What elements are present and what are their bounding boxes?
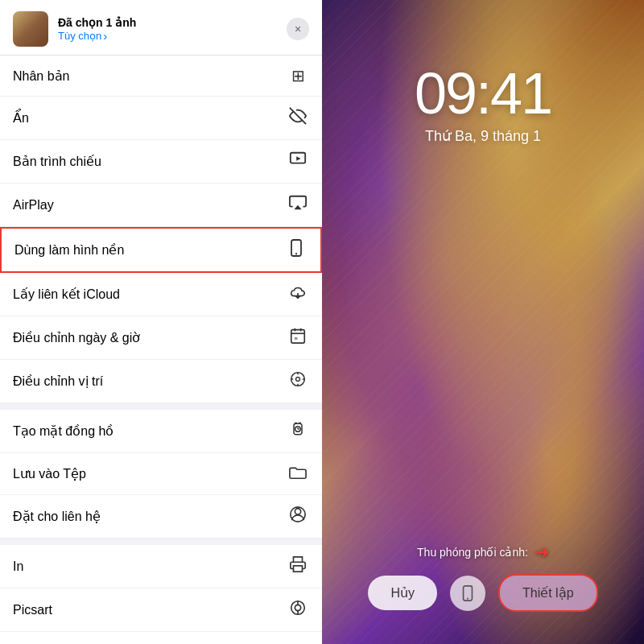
menu-item-label-contact: Đặt cho liên hệ xyxy=(13,509,101,524)
svg-point-26 xyxy=(295,509,300,514)
time-date: Thứ Ba, 9 tháng 1 xyxy=(322,127,644,145)
svg-marker-3 xyxy=(294,205,301,210)
menu-item-contact[interactable]: Đặt cho liên hệ xyxy=(0,495,322,539)
hide-icon xyxy=(287,107,309,129)
svg-rect-28 xyxy=(294,566,303,572)
svg-marker-2 xyxy=(296,156,301,161)
calendar-icon: ≡ xyxy=(287,327,309,349)
menu-item-label-watch: Tạo mặt đồng hồ xyxy=(13,423,114,439)
menu-item-datetime[interactable]: Điều chỉnh ngày & giờ ≡ xyxy=(0,316,322,360)
contact-icon xyxy=(287,506,309,527)
menu-item-location[interactable]: Điều chỉnh vị trí xyxy=(0,360,322,403)
menu-item-label-location: Điều chỉnh vị trí xyxy=(13,374,103,389)
item-gap xyxy=(0,403,322,410)
menu-item-hide[interactable]: Ẩn xyxy=(0,97,322,140)
time-display: 09:41 Thứ Ba, 9 tháng 1 xyxy=(322,64,644,145)
perspective-text: Thu phóng phối cảnh: xyxy=(417,546,528,559)
play-icon xyxy=(287,151,309,172)
menu-list: Nhân bản ⊞ Ẩn Bản trình chiếu xyxy=(0,56,322,644)
menu-item-label-datetime: Điều chỉnh ngày & giờ xyxy=(13,330,140,345)
menu-item-label-wallpaper: Dùng làm hình nền xyxy=(14,242,124,258)
menu-item-icloud[interactable]: Lấy liên kết iCloud xyxy=(0,273,322,316)
menu-item-print[interactable]: In xyxy=(0,545,322,588)
header-title: Đã chọn 1 ảnh xyxy=(58,16,277,29)
location-icon xyxy=(287,370,309,392)
menu-item-label-slideshow: Bản trình chiếu xyxy=(13,154,101,169)
perspective-label: Thu phóng phối cảnh: ➜ xyxy=(417,542,549,563)
menu-item-slideshow[interactable]: Bản trình chiếu xyxy=(0,140,322,184)
menu-item-label-files: Lưu vào Tệp xyxy=(13,466,86,481)
watch-icon xyxy=(287,420,309,442)
menu-item-label-duplicate: Nhân bản xyxy=(13,68,70,84)
cancel-button[interactable]: Hủy xyxy=(368,576,437,610)
svg-point-30 xyxy=(295,605,300,610)
close-button[interactable]: × xyxy=(287,18,309,40)
menu-item-label-print: In xyxy=(13,559,23,574)
menu-item-watch[interactable]: Tạo mặt đồng hồ xyxy=(0,410,322,453)
menu-item-files[interactable]: Lưu vào Tệp xyxy=(0,453,322,495)
svg-point-13 xyxy=(296,378,300,382)
phone-preview: 09:41 Thứ Ba, 9 tháng 1 Thu phóng phối c… xyxy=(322,0,644,644)
svg-text:≡: ≡ xyxy=(294,335,297,342)
svg-rect-7 xyxy=(291,330,305,344)
header-subtitle[interactable]: Tùy chọn xyxy=(58,29,277,43)
menu-item-label-airplay: AirPlay xyxy=(13,198,54,213)
arrow-icon: ➜ xyxy=(535,542,549,563)
panel-header: Đã chọn 1 ảnh Tùy chọn × xyxy=(0,0,322,56)
phone-icon xyxy=(285,239,308,261)
phone-small-icon-button[interactable] xyxy=(450,576,485,611)
header-thumbnail xyxy=(13,11,48,47)
duplicate-icon: ⊞ xyxy=(287,66,309,85)
menu-item-label-hide: Ẩn xyxy=(13,110,29,126)
menu-item-label-picsart: Picsart xyxy=(13,603,52,617)
bottom-buttons: Hủy Thiết lập xyxy=(368,574,597,612)
item-gap-2 xyxy=(0,539,322,545)
header-text: Đã chọn 1 ảnh Tùy chọn xyxy=(58,16,277,43)
menu-item-airplay[interactable]: AirPlay xyxy=(0,184,322,227)
bottom-controls: Thu phóng phối cảnh: ➜ Hủy Thiết lập xyxy=(322,542,644,612)
airplay-icon xyxy=(287,194,309,216)
print-icon xyxy=(287,555,309,577)
cloud-icon xyxy=(287,283,309,305)
setup-button[interactable]: Thiết lập xyxy=(498,574,598,612)
time-clock: 09:41 xyxy=(322,64,644,122)
menu-item-label-icloud: Lấy liên kết iCloud xyxy=(13,287,120,302)
folder-icon xyxy=(287,464,309,484)
menu-item-wallpaper[interactable]: Dùng làm hình nền xyxy=(0,227,322,273)
menu-item-googlelens[interactable]: Tìm kiếm bằng Google Ống kính xyxy=(0,632,322,644)
menu-item-duplicate[interactable]: Nhân bản ⊞ xyxy=(0,56,322,97)
picsart-icon xyxy=(287,599,309,621)
share-panel: Đã chọn 1 ảnh Tùy chọn × Nhân bản ⊞ Ẩn B… xyxy=(0,0,322,644)
menu-item-picsart[interactable]: Picsart xyxy=(0,588,322,632)
